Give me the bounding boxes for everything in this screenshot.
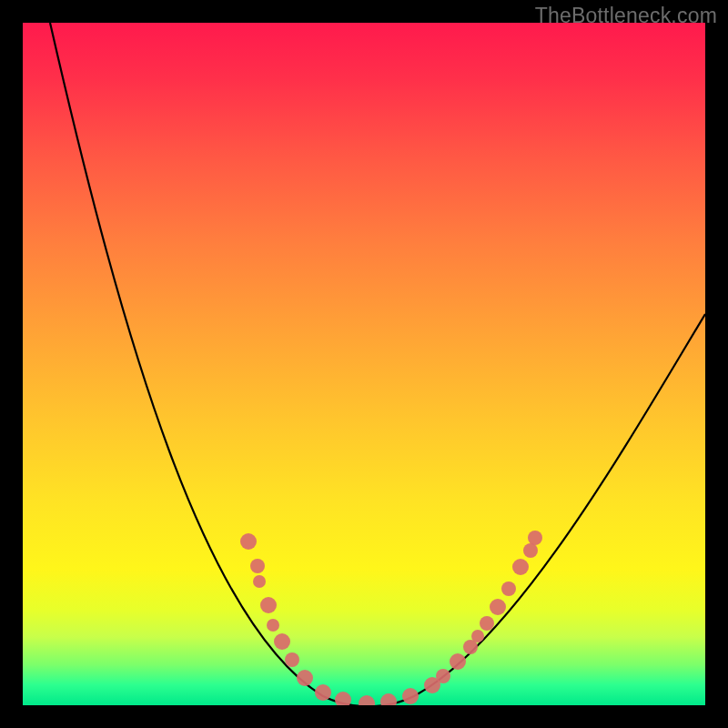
data-point: [490, 599, 506, 615]
data-point: [315, 684, 331, 701]
data-point: [253, 575, 266, 588]
chart-plot-area: [23, 23, 705, 705]
data-points-left: [240, 533, 419, 705]
data-point: [402, 688, 419, 704]
data-point: [267, 619, 279, 632]
data-point: [285, 652, 299, 667]
data-point: [335, 692, 351, 705]
data-point: [250, 559, 265, 573]
data-point: [528, 531, 542, 545]
data-point: [471, 630, 484, 642]
data-point: [523, 543, 538, 558]
data-point: [260, 597, 277, 613]
data-point: [480, 616, 494, 631]
data-point: [240, 533, 257, 550]
data-point: [359, 695, 375, 705]
watermark-text: TheBottleneck.com: [535, 4, 717, 28]
chart-svg: [23, 23, 705, 705]
data-point: [380, 693, 397, 705]
data-point: [512, 559, 529, 575]
data-point: [450, 653, 466, 670]
data-points-right: [424, 531, 542, 693]
data-point: [274, 633, 290, 650]
data-point: [436, 669, 450, 683]
bottleneck-curve: [50, 23, 705, 705]
data-point: [501, 581, 516, 596]
data-point: [297, 670, 313, 686]
